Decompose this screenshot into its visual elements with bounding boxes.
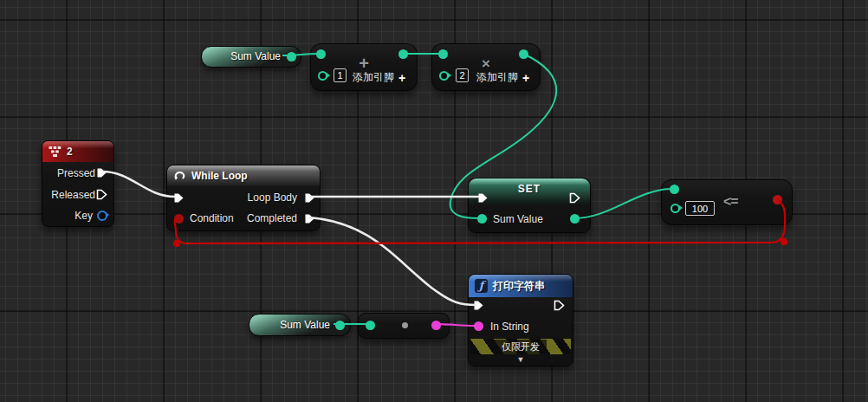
- sum-value-input-pin[interactable]: [477, 214, 487, 224]
- variable-label: Sum Value: [230, 50, 281, 62]
- pin-value-input[interactable]: 100: [685, 201, 715, 216]
- condition-label: Condition: [190, 212, 234, 224]
- output-pin-sum-value[interactable]: [335, 321, 345, 330]
- variable-label: Sum Value: [280, 319, 330, 331]
- blueprint-canvas[interactable]: Sum Value + 1 添加引脚 + × 2 添加引脚 +: [0, 0, 868, 402]
- input-pin-b[interactable]: [670, 204, 680, 213]
- input-pin-b[interactable]: [318, 71, 327, 81]
- plus-icon: +: [522, 71, 529, 85]
- key-event-title: 2: [67, 146, 73, 158]
- node-key-event-2[interactable]: 2 Pressed Released Key: [42, 140, 114, 227]
- input-pin-b[interactable]: [439, 71, 449, 81]
- exec-pin-released[interactable]: [96, 189, 107, 200]
- sum-value-label: Sum Value: [493, 213, 543, 225]
- key-struct-pin[interactable]: [97, 211, 107, 221]
- exec-pin-out[interactable]: [554, 300, 565, 311]
- output-pin-sum-value[interactable]: [287, 52, 296, 62]
- input-pin-a[interactable]: [670, 185, 679, 194]
- condition-pin[interactable]: [174, 214, 184, 224]
- node-to-string-conversion[interactable]: [358, 313, 450, 339]
- input-pin[interactable]: [366, 321, 375, 330]
- completed-label: Completed: [247, 212, 297, 224]
- loop-body-label: Loop Body: [248, 191, 297, 204]
- exec-pin-pressed[interactable]: [96, 167, 107, 178]
- exec-pin-loop-body[interactable]: [304, 192, 315, 204]
- exec-pin-completed[interactable]: [304, 213, 315, 224]
- while-loop-header: While Loop: [167, 165, 320, 185]
- wire-corner-dot: [781, 238, 787, 245]
- while-loop-title: While Loop: [191, 170, 248, 182]
- wire-corner-dot: [173, 240, 180, 247]
- add-pin-button[interactable]: 添加引脚 +: [353, 70, 405, 85]
- key-event-header: 2: [42, 141, 113, 162]
- output-pin[interactable]: [431, 321, 441, 330]
- node-set-sum-value[interactable]: SET Sum Value: [468, 178, 591, 233]
- sum-value-output-pin[interactable]: [570, 214, 580, 224]
- key-label: Key: [74, 210, 93, 222]
- node-get-sum-value-top[interactable]: Sum Value: [201, 46, 301, 68]
- node-add[interactable]: + 1 添加引脚 +: [310, 43, 418, 91]
- conversion-dot-icon: [402, 322, 408, 328]
- node-multiply[interactable]: × 2 添加引脚 +: [431, 43, 541, 91]
- keyboard-icon: [49, 146, 62, 157]
- in-string-pin[interactable]: [474, 321, 483, 331]
- pressed-label: Pressed: [57, 167, 95, 179]
- node-less-equal[interactable]: 100 <=: [661, 179, 793, 225]
- print-string-title: 打印字符串: [493, 279, 545, 294]
- bool-output-pin[interactable]: [773, 195, 782, 204]
- pin-value-input[interactable]: 1: [334, 68, 347, 82]
- exec-pin-in[interactable]: [173, 192, 185, 204]
- pin-value-input[interactable]: 2: [456, 68, 469, 82]
- expand-arrow-icon[interactable]: ▼: [469, 356, 573, 364]
- node-print-string[interactable]: ƒ 打印字符串 In String 仅限开发 ▼: [468, 274, 573, 366]
- less-equal-operator-icon: <=: [723, 194, 738, 210]
- released-label: Released: [51, 189, 95, 201]
- function-icon: ƒ: [475, 279, 488, 293]
- add-pin-button[interactable]: 添加引脚 +: [476, 70, 529, 85]
- development-only-banner: 仅限开发: [470, 339, 571, 354]
- exec-pin-in[interactable]: [477, 192, 489, 204]
- exec-pin-out[interactable]: [569, 192, 580, 204]
- loop-icon: [173, 170, 186, 181]
- wire-completed-to-printstring[interactable]: [309, 217, 476, 305]
- plus-icon: +: [398, 71, 405, 85]
- node-while-loop[interactable]: While Loop Condition Loop Body Completed: [166, 165, 321, 231]
- node-get-sum-value-bottom[interactable]: Sum Value: [249, 314, 351, 336]
- print-string-header: ƒ 打印字符串: [469, 275, 573, 297]
- exec-pin-in[interactable]: [473, 300, 484, 311]
- in-string-label: In String: [490, 321, 529, 333]
